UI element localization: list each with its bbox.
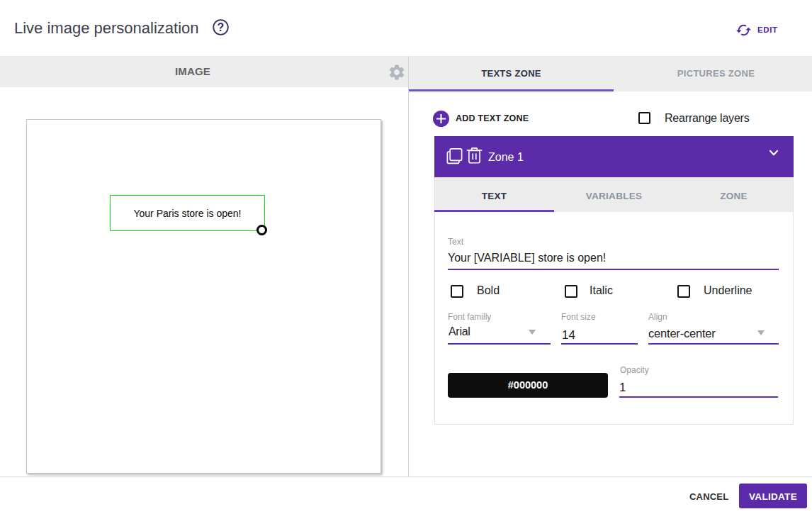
svg-text:?: ? bbox=[218, 21, 225, 33]
